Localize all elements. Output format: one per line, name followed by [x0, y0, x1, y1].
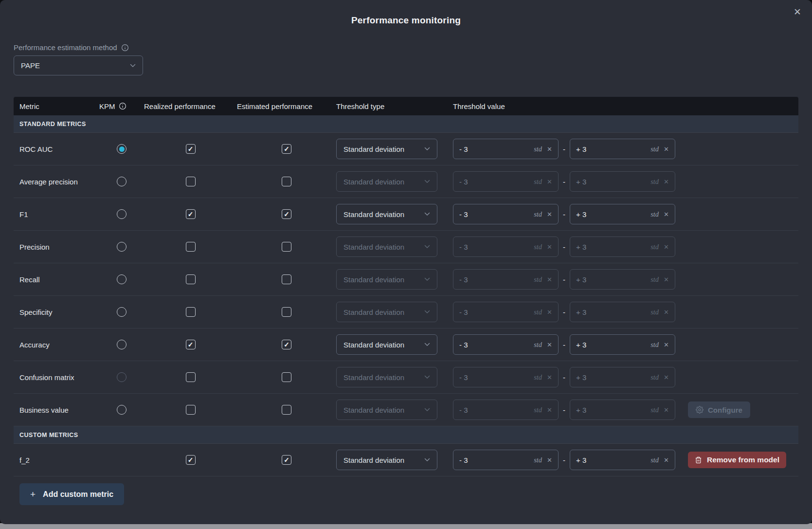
range-separator: -	[563, 308, 565, 316]
clear-icon[interactable]: ✕	[664, 276, 669, 283]
threshold-upper-input[interactable]: + 3std✕	[570, 367, 675, 387]
threshold-type-select[interactable]: Standard deviation	[336, 367, 437, 387]
threshold-lower-input[interactable]: - 3std✕	[453, 302, 559, 322]
estimated-checkbox[interactable]: ✓	[282, 455, 291, 465]
clear-icon[interactable]: ✕	[664, 211, 669, 218]
kpm-radio[interactable]	[117, 372, 126, 382]
clear-icon[interactable]: ✕	[547, 374, 552, 381]
kpm-radio[interactable]	[117, 307, 126, 317]
check-icon: ✓	[188, 456, 194, 463]
clear-icon[interactable]: ✕	[664, 456, 669, 464]
remove-label: Remove from model	[707, 456, 779, 464]
threshold-upper-input[interactable]: + 3std✕	[570, 171, 675, 192]
realized-checkbox[interactable]: ✓	[186, 455, 196, 465]
threshold-lower-value: - 3	[459, 456, 529, 464]
threshold-type-select[interactable]: Standard deviation	[336, 139, 437, 159]
add-custom-metric-button[interactable]: + Add custom metric	[19, 483, 124, 505]
metric-name: Accuracy	[14, 341, 99, 349]
threshold-lower-input[interactable]: - 3std✕	[453, 334, 559, 355]
threshold-type-select[interactable]: Standard deviation	[336, 400, 437, 420]
kpm-cell	[99, 372, 144, 382]
kpm-radio[interactable]	[117, 405, 126, 415]
threshold-lower-input[interactable]: - 3std✕	[453, 139, 559, 159]
threshold-type-select[interactable]: Standard deviation	[336, 302, 437, 322]
clear-icon[interactable]: ✕	[664, 178, 669, 185]
threshold-upper-input[interactable]: + 3std✕	[570, 237, 675, 257]
info-icon[interactable]	[119, 102, 126, 110]
clear-icon[interactable]: ✕	[547, 211, 552, 218]
clear-icon[interactable]: ✕	[664, 406, 669, 414]
estimated-checkbox[interactable]: ✓	[282, 144, 291, 154]
clear-icon[interactable]: ✕	[547, 146, 552, 153]
clear-icon[interactable]: ✕	[547, 276, 552, 283]
threshold-upper-input[interactable]: + 3std✕	[570, 400, 675, 420]
threshold-upper-input[interactable]: + 3std✕	[570, 450, 675, 470]
kpm-radio[interactable]	[117, 274, 126, 284]
threshold-upper-input[interactable]: + 3std✕	[570, 334, 675, 355]
threshold-type-select[interactable]: Standard deviation	[336, 171, 437, 192]
clear-icon[interactable]: ✕	[547, 456, 552, 464]
clear-icon[interactable]: ✕	[664, 243, 669, 251]
metrics-table: Metric KPM Realized performance Estimate…	[14, 97, 798, 476]
kpm-radio[interactable]	[117, 144, 126, 154]
kpm-radio[interactable]	[117, 209, 126, 219]
range-separator: -	[563, 178, 565, 186]
clear-icon[interactable]: ✕	[547, 309, 552, 316]
estimated-checkbox[interactable]	[282, 405, 291, 415]
threshold-upper-input[interactable]: + 3std✕	[570, 269, 675, 290]
realized-checkbox[interactable]: ✓	[186, 209, 196, 219]
info-icon[interactable]	[121, 44, 129, 52]
estimated-checkbox[interactable]	[282, 372, 291, 382]
realized-checkbox[interactable]	[186, 242, 196, 252]
threshold-value-cell: - 3std✕-+ 3std✕	[453, 204, 798, 224]
clear-icon[interactable]: ✕	[547, 406, 552, 414]
realized-checkbox[interactable]	[186, 177, 196, 186]
threshold-upper-input[interactable]: + 3std✕	[570, 204, 675, 224]
threshold-lower-input[interactable]: - 3std✕	[453, 204, 559, 224]
kpm-radio[interactable]	[117, 177, 126, 186]
estimated-checkbox[interactable]	[282, 242, 291, 252]
threshold-lower-input[interactable]: - 3std✕	[453, 171, 559, 192]
clear-icon[interactable]: ✕	[664, 341, 669, 348]
threshold-lower-input[interactable]: - 3std✕	[453, 450, 559, 470]
threshold-type-select[interactable]: Standard deviation	[336, 269, 437, 290]
threshold-lower-input[interactable]: - 3std✕	[453, 367, 559, 387]
threshold-type-select[interactable]: Standard deviation	[336, 450, 437, 470]
realized-checkbox[interactable]	[186, 372, 196, 382]
threshold-upper-input[interactable]: + 3std✕	[570, 139, 675, 159]
close-icon[interactable]: ✕	[794, 7, 801, 17]
realized-checkbox[interactable]: ✓	[186, 144, 196, 154]
realized-checkbox[interactable]	[186, 274, 196, 284]
clear-icon[interactable]: ✕	[664, 309, 669, 316]
threshold-lower-input[interactable]: - 3std✕	[453, 237, 559, 257]
threshold-type-select[interactable]: Standard deviation	[336, 204, 437, 224]
threshold-type-select[interactable]: Standard deviation	[336, 237, 437, 257]
threshold-lower-input[interactable]: - 3std✕	[453, 400, 559, 420]
threshold-upper-input[interactable]: + 3std✕	[570, 302, 675, 322]
threshold-type-value: Standard deviation	[343, 178, 404, 186]
table-row: Average precisionStandard deviation- 3st…	[14, 165, 798, 198]
configure-button[interactable]: Configure	[688, 401, 750, 418]
estimated-checkbox[interactable]: ✓	[282, 340, 291, 349]
row-action: Configure	[688, 401, 750, 418]
kpm-radio[interactable]	[117, 242, 126, 252]
kpm-radio[interactable]	[117, 340, 126, 349]
estimation-method-select[interactable]: PAPE	[14, 55, 143, 75]
clear-icon[interactable]: ✕	[547, 243, 552, 251]
clear-icon[interactable]: ✕	[547, 341, 552, 348]
remove-from-model-button[interactable]: Remove from model	[688, 452, 786, 468]
realized-checkbox[interactable]	[186, 307, 196, 317]
threshold-type-select[interactable]: Standard deviation	[336, 334, 437, 355]
clear-icon[interactable]: ✕	[547, 178, 552, 185]
realized-checkbox[interactable]	[186, 405, 196, 415]
estimated-checkbox[interactable]	[282, 177, 291, 186]
estimated-checkbox[interactable]: ✓	[282, 209, 291, 219]
estimated-checkbox[interactable]	[282, 274, 291, 284]
table-row: SpecificityStandard deviation- 3std✕-+ 3…	[14, 296, 798, 328]
clear-icon[interactable]: ✕	[664, 146, 669, 153]
estimated-checkbox[interactable]	[282, 307, 291, 317]
clear-icon[interactable]: ✕	[664, 374, 669, 381]
threshold-lower-input[interactable]: - 3std✕	[453, 269, 559, 290]
threshold-unit-label: std	[650, 178, 659, 186]
realized-checkbox[interactable]: ✓	[186, 340, 196, 349]
